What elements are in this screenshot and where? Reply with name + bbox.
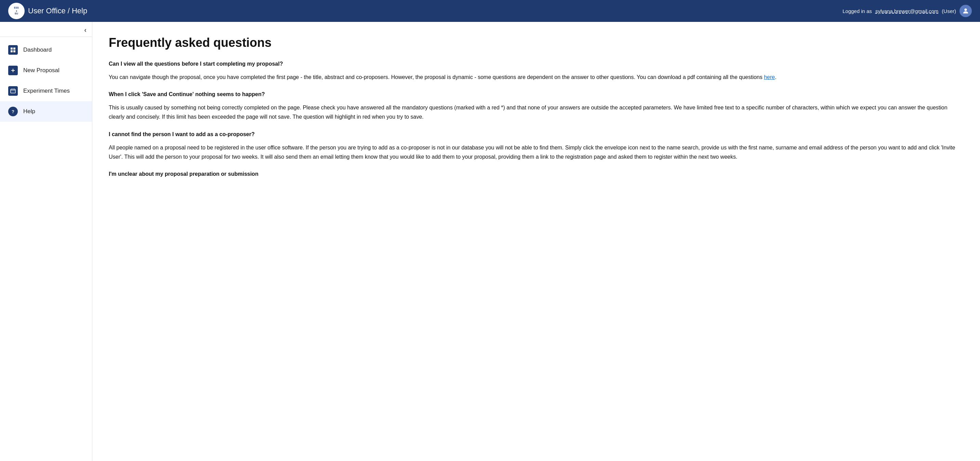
- help-icon: ?: [8, 107, 18, 116]
- svg-rect-8: [12, 89, 12, 90]
- user-email[interactable]: sylvana.brewer@gmail.com: [875, 8, 938, 14]
- logged-in-text: Logged in as: [843, 8, 872, 14]
- header-title: User Office / Help: [28, 6, 87, 15]
- header-left: ESS●EU User Office / Help: [8, 3, 87, 19]
- faq-question-2: When I click 'Save and Continue' nothing…: [109, 91, 964, 97]
- sidebar-item-dashboard[interactable]: Dashboard: [0, 40, 92, 60]
- svg-text:?: ?: [12, 109, 14, 114]
- sidebar-nav: Dashboard New Proposal: [0, 37, 92, 122]
- sidebar-item-new-proposal-label: New Proposal: [23, 67, 59, 74]
- faq-answer-2: This is usually caused by something not …: [109, 103, 964, 121]
- faq-answer-3: All people named on a proposal need to b…: [109, 143, 964, 161]
- sidebar-collapse-area: ‹: [0, 22, 92, 37]
- svg-rect-7: [11, 89, 15, 93]
- user-avatar-icon[interactable]: [959, 5, 972, 17]
- svg-rect-4: [13, 50, 15, 52]
- faq-answer-1: You can navigate though the proposal, on…: [109, 73, 964, 82]
- faq-answer-1-text: You can navigate though the proposal, on…: [109, 74, 764, 80]
- svg-rect-1: [11, 48, 13, 49]
- faq-item-1: Can I view all the questions before I st…: [109, 61, 964, 82]
- sidebar-item-dashboard-label: Dashboard: [23, 46, 52, 53]
- page-title: Frequently asked questions: [109, 36, 964, 50]
- svg-rect-6: [13, 69, 13, 72]
- sidebar-item-help-label: Help: [23, 108, 35, 115]
- sidebar-item-new-proposal[interactable]: New Proposal: [0, 60, 92, 81]
- sidebar: ‹ Dashboard New Proposal: [0, 22, 92, 461]
- new-proposal-icon: [8, 66, 18, 75]
- ess-logo: ESS●EU: [8, 3, 25, 19]
- app-header: ESS●EU User Office / Help Logged in as s…: [0, 0, 980, 22]
- svg-rect-3: [11, 50, 13, 52]
- dashboard-icon: [8, 45, 18, 55]
- svg-rect-2: [13, 48, 15, 49]
- svg-point-0: [964, 8, 967, 11]
- svg-rect-9: [14, 89, 14, 90]
- faq-answer-1-link[interactable]: here: [764, 74, 775, 80]
- sidebar-item-help[interactable]: ? Help: [0, 101, 92, 122]
- faq-item-2: When I click 'Save and Continue' nothing…: [109, 91, 964, 121]
- main-layout: ‹ Dashboard New Proposal: [0, 22, 980, 461]
- logo-container: ESS●EU User Office / Help: [8, 3, 87, 19]
- faq-answer-1-suffix: .: [775, 74, 776, 80]
- user-role: (User): [942, 8, 956, 14]
- faq-question-1: Can I view all the questions before I st…: [109, 61, 964, 67]
- sidebar-item-experiment-times-label: Experiment Times: [23, 87, 70, 94]
- experiment-times-icon: [8, 86, 18, 96]
- sidebar-item-experiment-times[interactable]: Experiment Times: [0, 81, 92, 101]
- faq-question-4: I'm unclear about my proposal preparatio…: [109, 171, 964, 177]
- main-content: Frequently asked questions Can I view al…: [92, 22, 980, 461]
- header-right: Logged in as sylvana.brewer@gmail.com (U…: [843, 5, 972, 17]
- faq-question-3: I cannot find the person I want to add a…: [109, 131, 964, 137]
- sidebar-collapse-button[interactable]: ‹: [84, 26, 86, 34]
- faq-item-3: I cannot find the person I want to add a…: [109, 131, 964, 161]
- faq-item-4: I'm unclear about my proposal preparatio…: [109, 171, 964, 177]
